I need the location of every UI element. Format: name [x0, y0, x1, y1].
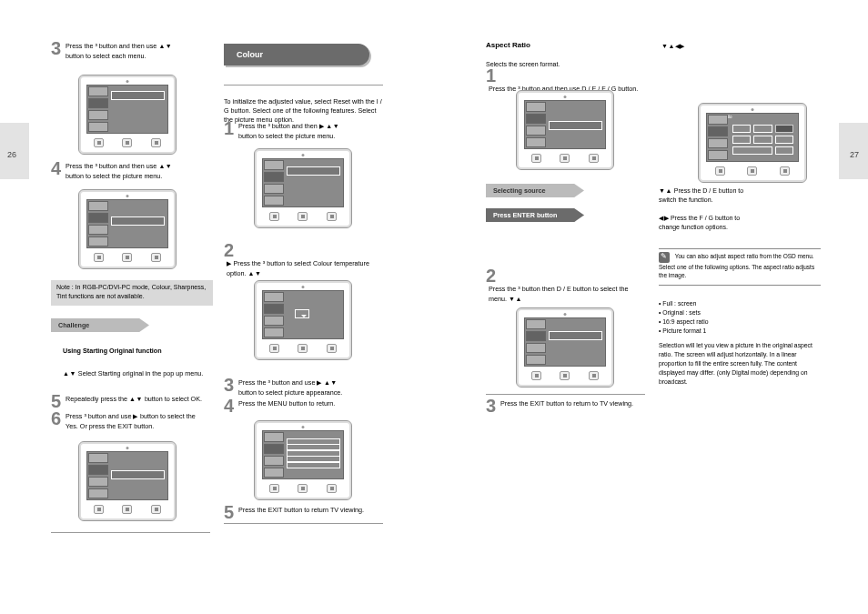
step-dir: ▼▲◀▶	[659, 41, 818, 51]
step-4: 4 Press the ³ button and then use ▲▼butt…	[51, 161, 210, 181]
device-mock-8	[516, 307, 614, 388]
sub-heading: Using Starting Original function	[60, 346, 210, 356]
right-icon: ▶	[317, 379, 322, 386]
right-icon: ▶	[227, 260, 232, 267]
press-enter-tag: Press ENTER button	[486, 208, 584, 222]
step-number: 3	[224, 377, 234, 393]
column-3: Aspect Ratio Selects the screen format. …	[486, 41, 645, 541]
step-3: 3 Press the ³ button and then use ▲▼butt…	[51, 41, 210, 61]
substep: ▲▼ Select Starting original in the pop u…	[60, 368, 210, 378]
up-down-icon: ▼▲	[509, 296, 522, 302]
up-down-icon: ▲▼	[63, 370, 76, 377]
step-number: 2	[224, 243, 234, 258]
step-text: Press the ³ button and then ▶ ▲▼button t…	[238, 121, 339, 141]
step-text: Press the ³ button and then use ▲▼button…	[66, 41, 172, 61]
section-title-aspect: Aspect Ratio	[486, 41, 530, 49]
page-number-left: 26	[7, 150, 16, 159]
device-mock-4	[254, 148, 352, 228]
step-number: 2	[486, 268, 496, 284]
selecting-source-tag: Selecting source	[486, 184, 584, 197]
step-text: Press the MENU button to return.	[238, 398, 335, 408]
divider	[51, 532, 210, 533]
step-text: ▼▲◀▶	[661, 41, 685, 51]
step-2: 2 Press the ³ button then D / E button t…	[486, 268, 645, 304]
right-icon: ▶	[319, 123, 325, 129]
up-down-icon: ▲▼	[158, 43, 172, 49]
step-text: Press ³ button and use ▶ button to selec…	[66, 411, 196, 431]
divider	[224, 523, 383, 524]
balloon-icon	[295, 309, 309, 318]
bullet-list: • Full : screen • Original : sets • 16:9…	[659, 299, 818, 387]
step-text: ▲▼ Select Starting original in the pop u…	[63, 368, 203, 378]
step-4: 4 Press the MENU button to return.	[224, 398, 383, 414]
device-mock-6	[254, 420, 352, 500]
device-mock-3	[78, 441, 177, 521]
challenge-tag: Challenge	[51, 318, 149, 332]
step-text: ▶ Press the ³ button to select Colour te…	[227, 258, 383, 278]
step-number: 1	[224, 121, 234, 136]
step-number: 6	[51, 411, 61, 427]
step-number: 1	[486, 68, 496, 84]
step-number: 5	[224, 505, 234, 520]
column-1: 3 Press the ³ button and then use ▲▼butt…	[51, 41, 210, 541]
step-number: 4	[224, 398, 234, 414]
step-number: 3	[51, 41, 61, 56]
step-text: Repeatedly press the ▲▼ button to select…	[66, 394, 202, 404]
up-down-icon: ▲▼	[158, 163, 172, 169]
up-down-icon: ▲▼	[326, 123, 339, 129]
step-5: 5 Repeatedly press the ▲▼ button to sele…	[51, 394, 210, 409]
up-down-icon: ▼▲	[659, 187, 672, 194]
step-2: 2 ▶ Press the ³ button to select Colour …	[224, 243, 383, 278]
right-icon: ▶	[133, 413, 138, 419]
device-mock-9: Aspect Ratio	[698, 103, 807, 183]
step-text: Press the ³ button and use ▶ ▲▼button to…	[238, 377, 342, 398]
divider	[224, 85, 383, 86]
step-5: 5 Press the EXIT button to return TV vie…	[224, 505, 383, 520]
device-mock-5	[254, 280, 352, 360]
press-ud-text: ▼▲ Press the D / E button toswitch the f…	[659, 186, 818, 205]
divider	[486, 394, 645, 395]
device-mock-1: Menu	[78, 75, 177, 155]
arrow-keys-icon: ▼▲◀▶	[661, 43, 685, 49]
step-text: Press the ³ button then D / E button to …	[489, 284, 645, 304]
step-1: 1 Press the ³ button and then ▶ ▲▼button…	[224, 121, 383, 141]
left-right-icon: ◀▶	[659, 215, 669, 221]
up-down-icon: ▲▼	[248, 270, 262, 277]
step-text: Press the ³ button and then use ▲▼button…	[66, 161, 172, 181]
column-4: ▼▲◀▶ Aspect Ratio ▼▲ Press the D / E but…	[659, 41, 818, 541]
device-mock-2	[78, 189, 177, 269]
device-mock-7	[516, 90, 614, 170]
step-6: 6 Press ³ button and use ▶ button to sel…	[51, 411, 210, 431]
note-box: Note : In RGB-PC/DVI-PC mode, Colour, Sh…	[51, 280, 213, 306]
section-title-colour: Colour	[224, 44, 369, 65]
step-text: Press the EXIT button to return TV viewi…	[238, 505, 364, 515]
page-content: 3 Press the ³ button and then use ▲▼butt…	[51, 41, 817, 541]
page-number-right: 27	[850, 150, 859, 159]
step-text: Press the EXIT button to return to TV vi…	[500, 398, 633, 408]
column-2: Colour To initialize the adjusted value,…	[224, 41, 383, 541]
press-lr-text: ◀▶ Press the F / G button tochange funct…	[659, 214, 818, 232]
note-icon	[659, 252, 670, 263]
up-down-icon: ▲▼	[324, 379, 338, 386]
up-down-icon: ▲▼	[129, 396, 143, 402]
step-3: 3 Press the ³ button and use ▶ ▲▼button …	[224, 377, 383, 398]
info-block: You can also adjust aspect ratio from th…	[659, 248, 821, 288]
step-3: 3 Press the EXIT button to return to TV …	[486, 398, 645, 414]
step-number: 3	[486, 398, 496, 414]
step-number: 5	[51, 394, 61, 409]
step-number: 4	[51, 161, 61, 176]
